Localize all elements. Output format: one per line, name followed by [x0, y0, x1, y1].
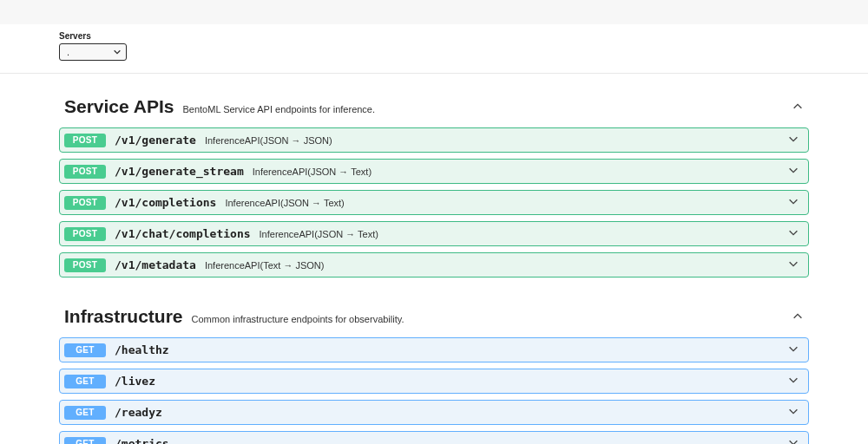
method-badge: POST [64, 258, 106, 272]
endpoint-row[interactable]: POST/v1/metadataInferenceAPI(Text → JSON… [59, 252, 809, 278]
section-header[interactable]: Service APIsBentoML Service API endpoint… [59, 74, 809, 127]
chevron-down-icon [787, 374, 799, 386]
chevron-up-icon [792, 101, 804, 113]
endpoint-path: /v1/generate_stream [115, 165, 244, 178]
servers-select-value: . [67, 47, 69, 57]
endpoint-row[interactable]: POST/v1/generate_streamInferenceAPI(JSON… [59, 159, 809, 184]
row-toggle[interactable] [787, 164, 799, 179]
method-badge: GET [64, 437, 106, 445]
section-toggle[interactable] [792, 101, 804, 115]
section-toggle[interactable] [792, 310, 804, 325]
servers-label: Servers [59, 31, 809, 41]
endpoint-path: /v1/chat/completions [115, 227, 251, 240]
endpoint-path: /readyz [115, 406, 162, 419]
row-toggle[interactable] [787, 195, 799, 210]
servers-bar: Servers . [0, 24, 868, 74]
endpoint-row[interactable]: GET/livez [59, 369, 809, 394]
endpoint-path: /v1/metadata [115, 258, 196, 271]
endpoint-row[interactable]: POST/v1/chat/completionsInferenceAPI(JSO… [59, 221, 809, 246]
chevron-down-icon [787, 343, 799, 355]
endpoint-path: /v1/completions [115, 196, 216, 209]
row-toggle[interactable] [787, 436, 799, 444]
chevron-down-icon [787, 133, 799, 145]
section-description: BentoML Service API endpoints for infere… [182, 104, 783, 114]
endpoint-description: InferenceAPI(Text → JSON) [205, 260, 780, 271]
row-toggle[interactable] [787, 374, 799, 388]
endpoint-description: InferenceAPI(JSON → Text) [253, 166, 780, 177]
chevron-down-icon [787, 164, 799, 176]
endpoint-row[interactable]: GET/readyz [59, 400, 809, 425]
method-badge: POST [64, 227, 106, 241]
method-badge: GET [64, 375, 106, 388]
row-toggle[interactable] [787, 405, 799, 420]
section-description: Common infrastructure endpoints for obse… [192, 314, 783, 324]
chevron-down-icon [787, 258, 799, 270]
row-toggle[interactable] [787, 133, 799, 147]
chevron-down-icon [787, 405, 799, 417]
row-toggle[interactable] [787, 258, 799, 272]
endpoint-row[interactable]: GET/metrics [59, 431, 809, 444]
section-title: Infrastructure [64, 306, 183, 327]
row-toggle[interactable] [787, 226, 799, 241]
method-badge: POST [64, 196, 106, 210]
endpoint-row[interactable]: POST/v1/completionsInferenceAPI(JSON → T… [59, 190, 809, 215]
endpoint-path: /metrics [115, 437, 169, 444]
method-badge: GET [64, 406, 106, 420]
top-bar [0, 0, 868, 24]
section-header[interactable]: InfrastructureCommon infrastructure endp… [59, 284, 809, 337]
endpoint-description: InferenceAPI(JSON → Text) [225, 198, 780, 208]
chevron-down-icon [787, 226, 799, 238]
endpoint-path: /v1/generate [115, 134, 196, 147]
endpoint-path: /healthz [115, 343, 169, 356]
chevron-down-icon [113, 48, 122, 56]
endpoint-path: /livez [115, 375, 155, 388]
method-badge: POST [64, 165, 106, 179]
servers-select[interactable]: . [59, 43, 127, 61]
chevron-down-icon [787, 195, 799, 207]
row-toggle[interactable] [787, 343, 799, 357]
endpoint-row[interactable]: GET/healthz [59, 337, 809, 362]
section-title: Service APIs [64, 96, 174, 117]
endpoint-description: InferenceAPI(JSON → JSON) [205, 135, 780, 146]
endpoint-row[interactable]: POST/v1/generateInferenceAPI(JSON → JSON… [59, 127, 809, 153]
chevron-up-icon [792, 310, 804, 323]
chevron-down-icon [787, 436, 799, 444]
method-badge: POST [64, 134, 106, 147]
method-badge: GET [64, 343, 106, 357]
endpoint-description: InferenceAPI(JSON → Text) [260, 229, 780, 239]
sections-container: Service APIsBentoML Service API endpoint… [0, 74, 868, 444]
